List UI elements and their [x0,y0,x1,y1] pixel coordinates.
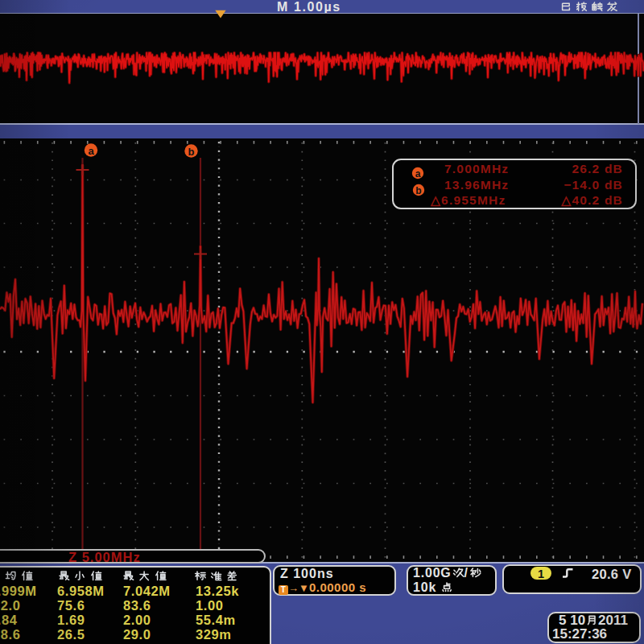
svg-text:1: 1 [538,568,544,580]
svg-text:a: a [415,168,421,180]
svg-text:b: b [188,146,195,158]
svg-text:a: a [88,145,94,157]
svg-text:b: b [415,185,421,196]
